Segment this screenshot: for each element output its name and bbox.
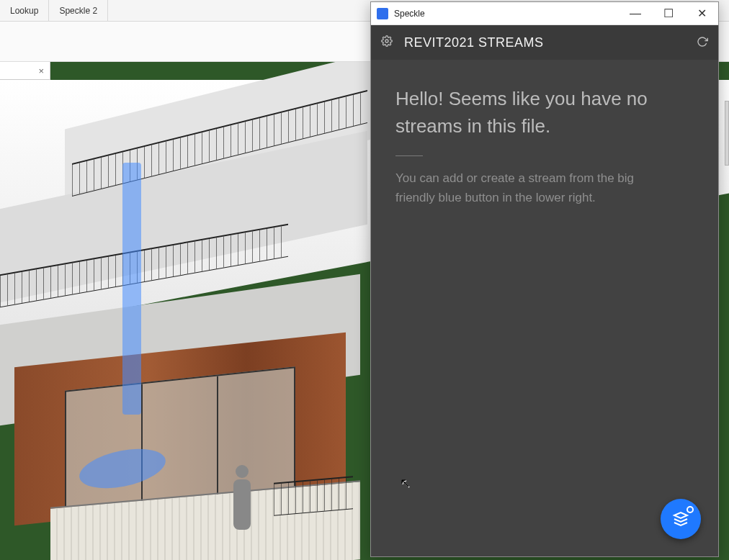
empty-state-subtext: You can add or create a stream from the … <box>395 169 676 207</box>
viewport-person-figure <box>231 465 254 551</box>
add-stream-icon <box>672 510 689 528</box>
window-title: Speckle <box>394 9 425 19</box>
viewport-highlight-column <box>122 163 141 415</box>
ribbon-tab-lookup[interactable]: Lookup <box>0 0 49 21</box>
speckle-panel-header: REVIT2021 STREAMS <box>371 25 718 60</box>
refresh-icon[interactable] <box>697 36 708 50</box>
minimize-button[interactable]: — <box>619 2 652 25</box>
speckle-app-icon <box>377 8 388 19</box>
close-icon[interactable]: × <box>38 66 44 76</box>
viewport-railing <box>274 476 353 516</box>
fab-badge-icon <box>686 506 694 513</box>
svg-point-0 <box>385 40 388 42</box>
empty-state-heading: Hello! Seems like you have no streams in… <box>395 86 694 140</box>
ribbon-tab-speckle2[interactable]: Speckle 2 <box>49 0 108 21</box>
window-titlebar[interactable]: Speckle — ☐ ✕ <box>371 2 718 25</box>
speckle-panel-body: Hello! Seems like you have no streams in… <box>371 60 718 556</box>
gear-icon[interactable] <box>381 35 393 50</box>
close-button[interactable]: ✕ <box>685 2 718 25</box>
panel-title: REVIT2021 STREAMS <box>404 35 685 50</box>
divider <box>395 155 423 156</box>
speckle-window: Speckle — ☐ ✕ REVIT2021 STREAMS Hello! S… <box>370 1 719 557</box>
host-side-panel-sliver <box>725 101 729 166</box>
maximize-button[interactable]: ☐ <box>652 2 685 25</box>
host-view-tab[interactable]: × <box>0 62 50 80</box>
add-stream-fab[interactable] <box>661 499 701 539</box>
